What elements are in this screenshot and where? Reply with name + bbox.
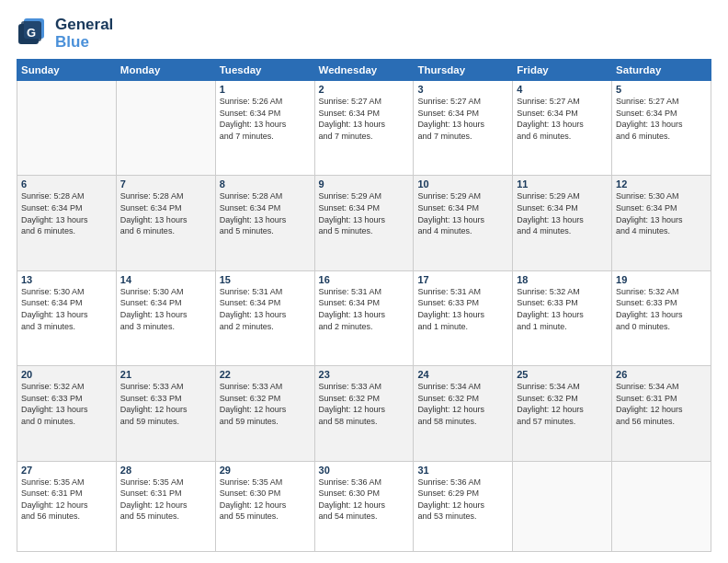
weekday-header-saturday: Saturday: [612, 60, 711, 81]
day-detail: Sunrise: 5:33 AM Sunset: 6:32 PM Dayligh…: [319, 381, 410, 427]
day-number: 7: [120, 178, 211, 190]
day-number: 19: [616, 274, 707, 285]
calendar-cell: 13Sunrise: 5:30 AM Sunset: 6:34 PM Dayli…: [17, 270, 117, 365]
day-number: 24: [417, 369, 508, 380]
day-detail: Sunrise: 5:32 AM Sunset: 6:33 PM Dayligh…: [21, 381, 112, 427]
day-detail: Sunrise: 5:36 AM Sunset: 6:30 PM Dayligh…: [319, 477, 410, 523]
calendar-cell: 17Sunrise: 5:31 AM Sunset: 6:33 PM Dayli…: [414, 270, 513, 365]
calendar-cell: 15Sunrise: 5:31 AM Sunset: 6:34 PM Dayli…: [215, 270, 314, 365]
day-number: 11: [517, 178, 608, 190]
weekday-header-thursday: Thursday: [414, 60, 513, 81]
weekday-header-friday: Friday: [513, 60, 612, 81]
day-number: 27: [21, 465, 112, 476]
day-detail: Sunrise: 5:32 AM Sunset: 6:33 PM Dayligh…: [616, 286, 707, 332]
day-number: 15: [220, 274, 311, 285]
week-row-2: 6Sunrise: 5:28 AM Sunset: 6:34 PM Daylig…: [17, 176, 711, 270]
calendar-cell: 18Sunrise: 5:32 AM Sunset: 6:33 PM Dayli…: [513, 270, 612, 365]
calendar-cell: 2Sunrise: 5:27 AM Sunset: 6:34 PM Daylig…: [314, 81, 414, 176]
calendar-cell: 14Sunrise: 5:30 AM Sunset: 6:34 PM Dayli…: [116, 270, 215, 365]
day-number: 4: [517, 84, 608, 95]
calendar-cell: 10Sunrise: 5:29 AM Sunset: 6:34 PM Dayli…: [414, 176, 513, 270]
day-number: 31: [417, 465, 508, 476]
day-detail: Sunrise: 5:31 AM Sunset: 6:33 PM Dayligh…: [417, 286, 508, 332]
day-detail: Sunrise: 5:32 AM Sunset: 6:33 PM Dayligh…: [517, 286, 608, 332]
day-detail: Sunrise: 5:28 AM Sunset: 6:34 PM Dayligh…: [120, 190, 211, 236]
logo: G General Blue: [17, 17, 113, 52]
weekday-header-wednesday: Wednesday: [314, 60, 414, 81]
calendar-cell: 23Sunrise: 5:33 AM Sunset: 6:32 PM Dayli…: [314, 366, 414, 461]
day-detail: Sunrise: 5:31 AM Sunset: 6:34 PM Dayligh…: [319, 286, 410, 332]
calendar-cell: [612, 461, 711, 551]
calendar-cell: 11Sunrise: 5:29 AM Sunset: 6:34 PM Dayli…: [513, 176, 612, 270]
day-detail: Sunrise: 5:33 AM Sunset: 6:33 PM Dayligh…: [120, 381, 211, 427]
day-number: 13: [21, 274, 112, 285]
logo-general: General: [55, 17, 113, 34]
calendar-cell: 20Sunrise: 5:32 AM Sunset: 6:33 PM Dayli…: [17, 366, 117, 461]
day-detail: Sunrise: 5:29 AM Sunset: 6:34 PM Dayligh…: [319, 190, 410, 236]
day-detail: Sunrise: 5:33 AM Sunset: 6:32 PM Dayligh…: [220, 381, 311, 427]
day-detail: Sunrise: 5:36 AM Sunset: 6:29 PM Dayligh…: [417, 477, 508, 523]
day-detail: Sunrise: 5:28 AM Sunset: 6:34 PM Dayligh…: [21, 190, 112, 236]
day-number: 22: [220, 369, 311, 380]
calendar-cell: 3Sunrise: 5:27 AM Sunset: 6:34 PM Daylig…: [414, 81, 513, 176]
calendar-cell: 28Sunrise: 5:35 AM Sunset: 6:31 PM Dayli…: [116, 461, 215, 551]
logo-blue: Blue: [55, 34, 113, 52]
day-detail: Sunrise: 5:27 AM Sunset: 6:34 PM Dayligh…: [319, 96, 410, 142]
day-detail: Sunrise: 5:27 AM Sunset: 6:34 PM Dayligh…: [517, 96, 608, 142]
calendar-cell: 16Sunrise: 5:31 AM Sunset: 6:34 PM Dayli…: [314, 270, 414, 365]
header: G General Blue: [17, 17, 711, 52]
calendar-cell: 22Sunrise: 5:33 AM Sunset: 6:32 PM Dayli…: [215, 366, 314, 461]
calendar-cell: 21Sunrise: 5:33 AM Sunset: 6:33 PM Dayli…: [116, 366, 215, 461]
calendar-cell: [513, 461, 612, 551]
day-detail: Sunrise: 5:29 AM Sunset: 6:34 PM Dayligh…: [417, 190, 508, 236]
weekday-header-sunday: Sunday: [17, 60, 117, 81]
calendar-cell: 27Sunrise: 5:35 AM Sunset: 6:31 PM Dayli…: [17, 461, 117, 551]
week-row-4: 20Sunrise: 5:32 AM Sunset: 6:33 PM Dayli…: [17, 366, 711, 461]
week-row-1: 1Sunrise: 5:26 AM Sunset: 6:34 PM Daylig…: [17, 81, 711, 176]
calendar-cell: 9Sunrise: 5:29 AM Sunset: 6:34 PM Daylig…: [314, 176, 414, 270]
day-number: 30: [319, 465, 410, 476]
day-detail: Sunrise: 5:27 AM Sunset: 6:34 PM Dayligh…: [616, 96, 707, 142]
calendar-cell: 1Sunrise: 5:26 AM Sunset: 6:34 PM Daylig…: [215, 81, 314, 176]
day-number: 26: [616, 369, 707, 380]
day-detail: Sunrise: 5:35 AM Sunset: 6:31 PM Dayligh…: [120, 477, 211, 523]
week-row-5: 27Sunrise: 5:35 AM Sunset: 6:31 PM Dayli…: [17, 461, 711, 551]
calendar-cell: 5Sunrise: 5:27 AM Sunset: 6:34 PM Daylig…: [612, 81, 711, 176]
calendar-cell: [116, 81, 215, 176]
day-number: 17: [417, 274, 508, 285]
day-number: 20: [21, 369, 112, 380]
day-number: 3: [417, 84, 508, 95]
page: G General Blue SundayMondayTuesdayWednes…: [0, 0, 728, 563]
calendar-cell: 31Sunrise: 5:36 AM Sunset: 6:29 PM Dayli…: [414, 461, 513, 551]
calendar-cell: 7Sunrise: 5:28 AM Sunset: 6:34 PM Daylig…: [116, 176, 215, 270]
svg-text:G: G: [27, 26, 36, 40]
calendar-cell: 4Sunrise: 5:27 AM Sunset: 6:34 PM Daylig…: [513, 81, 612, 176]
calendar-cell: 12Sunrise: 5:30 AM Sunset: 6:34 PM Dayli…: [612, 176, 711, 270]
day-detail: Sunrise: 5:30 AM Sunset: 6:34 PM Dayligh…: [21, 286, 112, 332]
day-number: 16: [319, 274, 410, 285]
day-number: 21: [120, 369, 211, 380]
day-detail: Sunrise: 5:35 AM Sunset: 6:30 PM Dayligh…: [220, 477, 311, 523]
calendar-cell: 8Sunrise: 5:28 AM Sunset: 6:34 PM Daylig…: [215, 176, 314, 270]
day-detail: Sunrise: 5:29 AM Sunset: 6:34 PM Dayligh…: [517, 190, 608, 236]
day-number: 14: [120, 274, 211, 285]
day-detail: Sunrise: 5:35 AM Sunset: 6:31 PM Dayligh…: [21, 477, 112, 523]
day-detail: Sunrise: 5:34 AM Sunset: 6:31 PM Dayligh…: [616, 381, 707, 427]
calendar-cell: 25Sunrise: 5:34 AM Sunset: 6:32 PM Dayli…: [513, 366, 612, 461]
day-number: 28: [120, 465, 211, 476]
day-detail: Sunrise: 5:31 AM Sunset: 6:34 PM Dayligh…: [220, 286, 311, 332]
calendar-table: SundayMondayTuesdayWednesdayThursdayFrid…: [17, 59, 711, 552]
day-number: 18: [517, 274, 608, 285]
week-row-3: 13Sunrise: 5:30 AM Sunset: 6:34 PM Dayli…: [17, 270, 711, 365]
calendar-cell: 29Sunrise: 5:35 AM Sunset: 6:30 PM Dayli…: [215, 461, 314, 551]
calendar-cell: 6Sunrise: 5:28 AM Sunset: 6:34 PM Daylig…: [17, 176, 117, 270]
day-detail: Sunrise: 5:27 AM Sunset: 6:34 PM Dayligh…: [417, 96, 508, 142]
calendar-cell: 24Sunrise: 5:34 AM Sunset: 6:32 PM Dayli…: [414, 366, 513, 461]
day-detail: Sunrise: 5:28 AM Sunset: 6:34 PM Dayligh…: [220, 190, 311, 236]
calendar-cell: 26Sunrise: 5:34 AM Sunset: 6:31 PM Dayli…: [612, 366, 711, 461]
day-number: 23: [319, 369, 410, 380]
day-number: 29: [220, 465, 311, 476]
day-detail: Sunrise: 5:30 AM Sunset: 6:34 PM Dayligh…: [616, 190, 707, 236]
day-number: 1: [220, 84, 311, 95]
calendar-cell: 19Sunrise: 5:32 AM Sunset: 6:33 PM Dayli…: [612, 270, 711, 365]
